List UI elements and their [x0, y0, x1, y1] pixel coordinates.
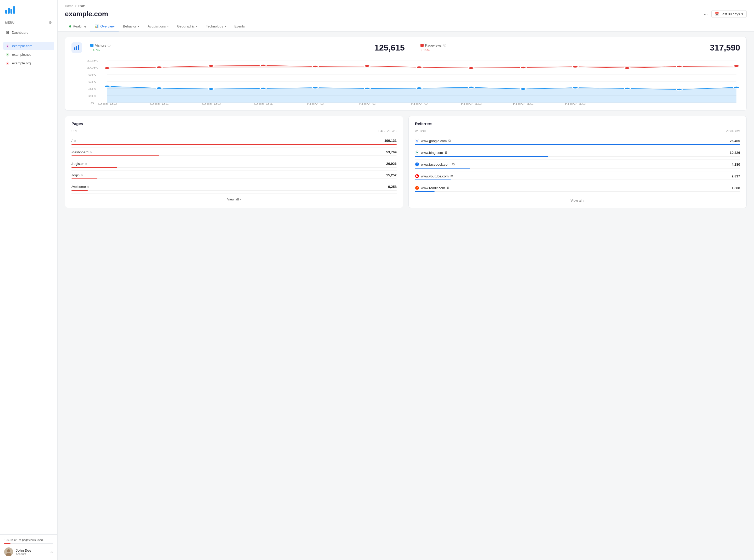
pageviews-arrow: ↓: [421, 48, 422, 52]
overview-chart-icon: 📊: [95, 24, 99, 28]
tab-geographic[interactable]: Geographic ▾: [173, 22, 201, 32]
external-link-icon: ⧉: [87, 185, 89, 188]
tab-overview[interactable]: 📊 Overview: [90, 22, 119, 32]
sidebar-item-example-net[interactable]: ● example.net: [3, 51, 54, 59]
page-value: 15,252: [386, 173, 397, 177]
svg-text:Oct 28: Oct 28: [201, 103, 221, 105]
referrer-value: 25,465: [730, 139, 740, 143]
referrers-view-all[interactable]: View all ›: [415, 195, 740, 202]
tab-acquisitions[interactable]: Acquisitions ▾: [143, 22, 173, 32]
referrer-site[interactable]: ▶ www.youtube.com ⧉: [415, 174, 453, 178]
svg-text:6K: 6K: [88, 81, 97, 83]
tab-events[interactable]: Events: [230, 22, 249, 32]
svg-point-26: [364, 65, 370, 67]
bar-fill: [72, 156, 159, 156]
table-row: /welcome ⧉ 9,258: [72, 182, 397, 194]
referrer-value: 10,326: [730, 151, 740, 155]
usage-text: 126.3K of 1M pageviews used.: [4, 538, 53, 541]
page-url[interactable]: /login ⧉: [72, 173, 83, 177]
referrer-icon: b: [415, 151, 419, 155]
chart-svg: 0 2K 4K 6K 8K 10K 12K: [72, 58, 740, 105]
svg-point-33: [733, 65, 739, 67]
page-url[interactable]: /welcome ⧉: [72, 185, 89, 189]
svg-text:0: 0: [90, 102, 94, 104]
page-url[interactable]: / ⧉: [72, 139, 76, 143]
pageviews-value: 317,590: [710, 43, 740, 53]
tab-realtime-label: Realtime: [73, 24, 86, 28]
pageviews-info-icon[interactable]: ⓘ: [443, 43, 446, 47]
visitors-info-icon[interactable]: ⓘ: [108, 43, 111, 47]
pageviews-metric: Pageviews ⓘ ↓ 0.5%: [421, 43, 446, 52]
external-link-icon: ⧉: [448, 139, 451, 143]
svg-point-25: [312, 65, 318, 67]
bar-track: [72, 190, 397, 191]
svg-point-21: [104, 67, 110, 69]
page-value: 199,131: [384, 139, 397, 143]
referrer-site[interactable]: r www.reddit.com ⧉: [415, 186, 449, 190]
logo-bar-4: [13, 6, 15, 14]
dashboard-icon: ⊞: [6, 30, 9, 35]
more-options-button[interactable]: ···: [704, 12, 708, 17]
sidebar-item-dashboard[interactable]: ⊞ Dashboard: [3, 28, 54, 37]
pageviews-label: Pageviews: [425, 43, 442, 47]
stats-header: Visitors ⓘ ↑ 4.7% 125,615 Pageviews: [72, 42, 740, 53]
sidebar-item-example-com[interactable]: ● example.com: [3, 42, 54, 50]
list-item: G www.google.com ⧉ 25,465: [415, 136, 740, 148]
external-link-icon: ⧉: [447, 186, 449, 190]
settings-icon[interactable]: ⚙: [49, 20, 52, 25]
sidebar-sites: ● example.com ● example.net ● example.or…: [0, 42, 57, 68]
referrer-value: 2,837: [732, 174, 740, 178]
bar-fill-blue: [415, 191, 434, 192]
page-header: Home > Stats example.com ··· 📅 Last 30 d…: [58, 0, 754, 32]
date-range-picker[interactable]: 📅 Last 30 days ▾: [711, 10, 747, 18]
usage-bar-track: [4, 543, 53, 544]
referrer-site[interactable]: G www.google.com ⧉: [415, 139, 451, 143]
svg-point-44: [572, 87, 578, 89]
bar-fill: [72, 190, 88, 191]
svg-text:2K: 2K: [88, 95, 97, 97]
external-link-icon: ⧉: [450, 174, 453, 178]
svg-rect-3: [74, 47, 75, 50]
bar-track: [72, 167, 397, 168]
logo-icon: [5, 5, 15, 14]
external-link-icon: ⧉: [452, 162, 455, 166]
metric-group: Visitors ⓘ ↑ 4.7% 125,615 Pageviews: [90, 43, 740, 53]
tab-technology[interactable]: Technology ▾: [201, 22, 230, 32]
bar-track: [72, 156, 397, 156]
logout-icon[interactable]: ⇥: [50, 549, 53, 555]
svg-point-30: [572, 66, 578, 68]
page-url[interactable]: /register ⧉: [72, 162, 87, 166]
nav-tabs: Realtime 📊 Overview Behavior ▾ Acquisiti…: [65, 22, 747, 32]
usage-bar-fill: [4, 543, 11, 544]
pages-view-all[interactable]: View all ›: [72, 194, 397, 201]
logo-bar-1: [5, 10, 7, 14]
external-link-icon: ⧉: [74, 139, 76, 142]
visitors-dot: [90, 44, 94, 47]
sidebar-item-example-org[interactable]: ● example.org: [3, 59, 54, 67]
tab-behavior[interactable]: Behavior ▾: [119, 22, 143, 32]
site-label-example-net: example.net: [12, 53, 31, 57]
svg-text:Oct 25: Oct 25: [149, 103, 169, 105]
referrers-view-all-arrow: ›: [583, 199, 584, 202]
site-label-example-com: example.com: [12, 44, 32, 48]
referrer-site[interactable]: f www.facebook.com ⧉: [415, 162, 455, 166]
visitors-metric: Visitors ⓘ ↑ 4.7%: [90, 43, 111, 52]
referrer-site[interactable]: b www.bing.com ⧉: [415, 151, 447, 155]
sidebar: MENU ⚙ ⊞ Dashboard ● example.com ● examp…: [0, 0, 58, 560]
breadcrumb-home[interactable]: Home: [65, 4, 73, 8]
referrers-col-headers: Website Visitors: [415, 129, 740, 135]
svg-text:4K: 4K: [88, 88, 97, 90]
table-row: / ⧉ 199,131: [72, 136, 397, 147]
visitors-arrow: ↑: [90, 48, 92, 52]
realtime-dot: [69, 25, 71, 27]
tab-realtime[interactable]: Realtime: [65, 22, 90, 32]
svg-text:Nov 9: Nov 9: [410, 103, 428, 105]
user-info: John Doe Account: [16, 548, 47, 556]
svg-point-27: [416, 66, 422, 68]
page-url[interactable]: /dashboard ⧉: [72, 150, 92, 154]
svg-point-43: [520, 88, 526, 90]
geographic-chevron: ▾: [196, 25, 197, 28]
bar-track: [72, 178, 397, 179]
breadcrumb-current: Stats: [78, 4, 85, 8]
dashboard-label: Dashboard: [12, 31, 28, 35]
